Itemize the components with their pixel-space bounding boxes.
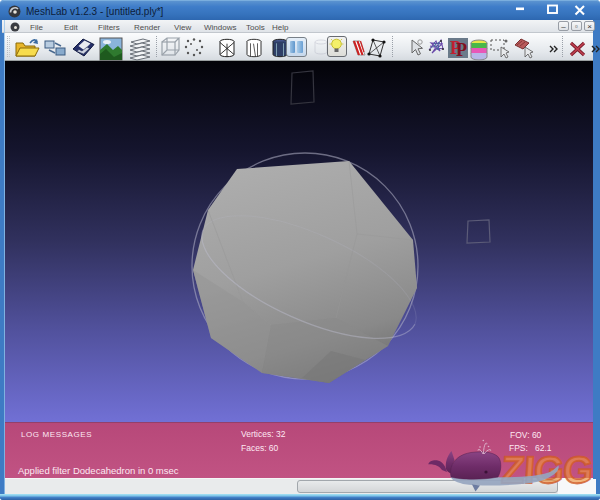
svg-text:ZIGG: ZIGG xyxy=(500,450,594,492)
svg-text:P: P xyxy=(456,40,467,59)
